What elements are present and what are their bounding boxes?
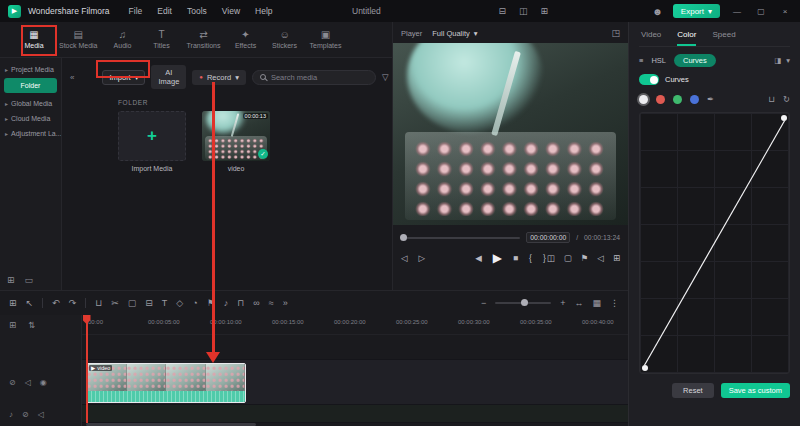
scissors-icon[interactable]: ✂ (111, 298, 119, 308)
timeline-clip-video[interactable]: ▶ video (86, 363, 246, 403)
undo-icon[interactable]: ↶ (52, 298, 60, 308)
speed-icon[interactable]: ◔ (192, 298, 197, 308)
curve-point-start[interactable] (642, 365, 648, 371)
chevron-down-icon[interactable]: ▾ (786, 56, 790, 65)
voiceover-icon[interactable]: ♪ (224, 298, 229, 308)
menu-edit[interactable]: Edit (157, 6, 172, 16)
tab-audio[interactable]: ♫ Audio (109, 30, 137, 49)
curve-editor[interactable] (639, 112, 790, 374)
mark-out-icon[interactable]: } (543, 253, 546, 263)
screen-record-icon[interactable]: ◫ (519, 6, 528, 16)
channel-blue[interactable] (690, 95, 699, 104)
split-icon[interactable]: ⊟ (145, 298, 153, 308)
save-as-custom-button[interactable]: Save as custom (721, 383, 790, 398)
curves-toggle[interactable] (639, 74, 659, 85)
scrubber-handle[interactable] (400, 234, 407, 241)
playhead-line[interactable] (86, 315, 88, 423)
add-text-icon[interactable]: T (162, 298, 168, 308)
maximize-button[interactable]: ▢ (754, 7, 768, 16)
eyedropper-icon[interactable]: ✒ (707, 94, 714, 104)
manage-tracks-icon[interactable]: ⊞ (9, 320, 16, 330)
compare-icon[interactable]: ◨ (774, 56, 781, 65)
sidebar-item-project-media[interactable]: ▸ Project Media (0, 62, 61, 77)
menu-tools[interactable]: Tools (187, 6, 207, 16)
menu-file[interactable]: File (129, 6, 143, 16)
player-scrubber[interactable] (401, 237, 520, 239)
zoom-fit-icon[interactable]: ↔ (574, 298, 583, 308)
track-mute-icon[interactable]: ◁ (25, 378, 31, 387)
record-button[interactable]: ● Record ▾ (192, 70, 246, 85)
audio-track-lane[interactable] (0, 405, 628, 423)
crop-tool-icon[interactable]: ▢ (128, 298, 137, 308)
crop-icon[interactable]: ▢ (564, 253, 572, 263)
layout-icon[interactable]: ⊟ (498, 6, 506, 16)
tab-speed[interactable]: Speed (712, 30, 735, 46)
curve-point-end[interactable] (781, 115, 787, 121)
track-manager-icon[interactable]: ▦ (592, 298, 601, 308)
play-icon[interactable]: ▶ (493, 251, 502, 265)
quality-dropdown[interactable]: Full Quality ▾ (432, 29, 477, 38)
link-icon[interactable]: ∞ (253, 298, 259, 308)
zoom-slider[interactable] (495, 302, 551, 304)
sidebar-item-folder[interactable]: Folder (4, 78, 57, 93)
previous-frame-icon[interactable]: ◀ (475, 253, 482, 263)
select-tool-icon[interactable]: ↖ (26, 298, 34, 308)
redo-icon[interactable]: ↷ (69, 298, 77, 308)
stop-icon[interactable]: ■ (513, 253, 518, 263)
track-lock-icon[interactable]: ⊘ (9, 378, 16, 387)
tab-stickers[interactable]: ☺ Stickers (271, 30, 299, 49)
zoom-out-icon[interactable]: − (481, 298, 486, 308)
timeline-ruler[interactable]: 00:00 00:00:05:00 00:00:10:00 00:00:15:0… (0, 315, 628, 335)
delete-point-icon[interactable]: ⊔ (768, 94, 775, 104)
user-account-icon[interactable]: ☻ (652, 6, 663, 17)
channel-green[interactable] (673, 95, 682, 104)
channel-white[interactable] (639, 95, 648, 104)
music-note-icon[interactable]: ♪ (9, 410, 13, 419)
import-media-tile[interactable]: + Import Media (118, 111, 186, 172)
tab-media[interactable]: ▦ Media (20, 30, 48, 49)
tab-color[interactable]: Color (677, 30, 696, 46)
ai-image-button[interactable]: AI Image (151, 65, 186, 89)
snap-icon[interactable]: ⊓ (237, 298, 244, 308)
video-tile[interactable]: 00:00:13 ✓ video (202, 111, 270, 172)
reset-button[interactable]: Reset (672, 383, 714, 398)
search-box[interactable] (252, 70, 376, 85)
channel-red[interactable] (656, 95, 665, 104)
new-folder-icon[interactable]: ⊞ (7, 275, 15, 285)
marker-tool-icon[interactable]: ⚑ (207, 298, 215, 308)
reorder-tracks-icon[interactable]: ⇅ (28, 320, 35, 330)
tab-stock-media[interactable]: ▤ Stock Media (59, 30, 98, 49)
tab-titles[interactable]: T Titles (148, 30, 176, 49)
snapshot-icon[interactable]: ◫ (547, 253, 555, 263)
more-tools-icon[interactable]: » (283, 298, 288, 308)
volume-icon[interactable]: ◁ (597, 253, 604, 263)
video-thumbnail[interactable]: 00:00:13 ✓ (202, 111, 270, 161)
menu-help[interactable]: Help (255, 6, 272, 16)
close-button[interactable]: × (778, 7, 792, 16)
import-button[interactable]: Import ▾ (102, 70, 145, 85)
sidebar-item-adjustment-layer[interactable]: ▸ Adjustment La... (0, 126, 61, 141)
mark-in-icon[interactable]: { (529, 253, 532, 263)
media-grid-icon[interactable]: ⊞ (9, 298, 17, 308)
zoom-in-icon[interactable]: + (560, 298, 565, 308)
detach-player-icon[interactable]: ◳ (611, 28, 620, 38)
tab-video[interactable]: Video (641, 30, 661, 46)
tab-templates[interactable]: ▣ Templates (310, 30, 342, 49)
mute-icon[interactable]: ◁ (401, 253, 408, 263)
sidebar-item-global-media[interactable]: ▸ Global Media (0, 96, 61, 111)
filter-icon[interactable]: ▽ (382, 72, 389, 82)
keyframe-icon[interactable]: ◇ (176, 298, 183, 308)
track-visibility-icon[interactable]: ◉ (40, 378, 47, 387)
track-lock-icon[interactable]: ⊘ (22, 410, 29, 419)
reset-curve-icon[interactable]: ↻ (783, 94, 790, 104)
sidebar-item-cloud-media[interactable]: ▸ Cloud Media (0, 111, 61, 126)
hsl-button[interactable]: HSL (651, 56, 666, 65)
timeline-menu-icon[interactable]: ⋮ (610, 298, 619, 308)
search-input[interactable] (271, 73, 368, 82)
folder-icon[interactable]: ▭ (25, 275, 34, 285)
adjust-list-icon[interactable]: ≡ (639, 56, 643, 65)
collapse-sidebar-icon[interactable]: « (70, 73, 74, 82)
import-media-dropzone[interactable]: + (118, 111, 186, 161)
track-mute-icon[interactable]: ◁ (38, 410, 44, 419)
tab-effects[interactable]: ✦ Effects (232, 30, 260, 49)
